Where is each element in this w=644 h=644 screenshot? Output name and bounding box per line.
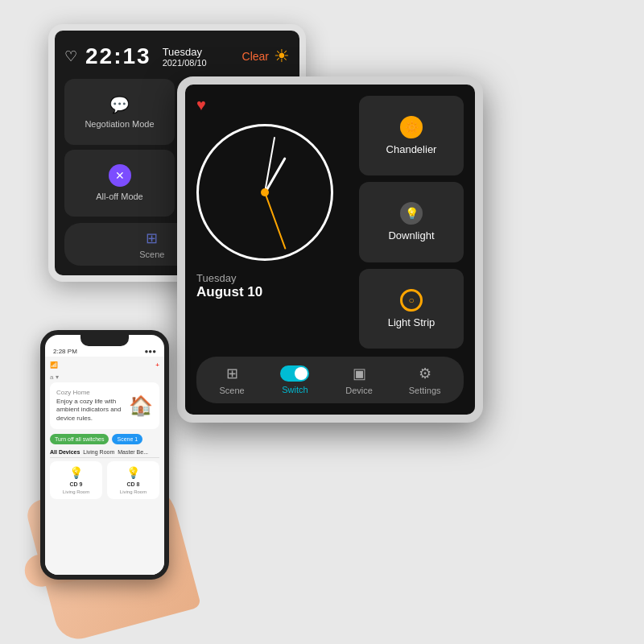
phone-signal: 📶 xyxy=(50,361,58,369)
all-devices-label: All Devices xyxy=(50,449,80,455)
front-nav: ⊞ Scene Switch ▣ Device ⚙ Settings xyxy=(196,357,464,403)
phone-device-cd8[interactable]: 💡 CD 8 Living Room xyxy=(107,461,159,499)
phone-promo-content: Cozy Home Enjoy a cozy life with ambient… xyxy=(56,389,124,423)
clock-date-area: Tuesday August 10 xyxy=(196,272,351,300)
downlight-tile[interactable]: 💡 Downlight xyxy=(359,182,464,262)
front-scene-icon: ⊞ xyxy=(226,365,238,382)
clock-date: August 10 xyxy=(196,284,351,300)
front-switch-toggle[interactable] xyxy=(280,365,309,382)
phone-home-label: Cozy Home xyxy=(56,389,124,396)
lightstrip-tile[interactable]: ○ Light Strip xyxy=(359,269,464,349)
front-scene-label: Scene xyxy=(219,386,244,395)
back-date: 2021/08/10 xyxy=(163,58,207,68)
front-heart-icon: ♥ xyxy=(196,96,351,114)
phone-device-header: All Devices Living Room Master Be... xyxy=(50,449,159,458)
phone-content: 📶 + a ▾ Cozy Home Enjoy a cozy life with… xyxy=(45,357,164,580)
sun-icon: ☀ xyxy=(274,46,290,67)
front-device-nav[interactable]: ▣ Device xyxy=(337,365,381,395)
chandelier-tile[interactable]: 🔆 Chandelier xyxy=(359,96,464,175)
front-settings-nav[interactable]: ⚙ Settings xyxy=(401,365,449,395)
front-settings-label: Settings xyxy=(409,386,441,395)
alloff-label: All-off Mode xyxy=(96,192,143,201)
phone-turn-off-btn[interactable]: Turn off all switches xyxy=(50,434,109,444)
lightstrip-label: Light Strip xyxy=(388,316,436,328)
chandelier-label: Chandelier xyxy=(386,143,437,155)
cd9-name: CD 9 xyxy=(70,481,83,487)
phone-device-cd9[interactable]: 💡 CD 9 Living Room xyxy=(50,461,102,499)
cd8-icon: 💡 xyxy=(126,466,140,479)
downlight-icon: 💡 xyxy=(400,202,423,225)
phone-scene-btn[interactable]: Scene 1 xyxy=(112,434,142,444)
cd9-room: Living Room xyxy=(63,489,89,494)
phone-time: 2:28 PM xyxy=(53,348,77,355)
front-switch-label: Switch xyxy=(282,385,308,394)
heart-icon: ♡ xyxy=(64,47,77,65)
back-scene-label: Scene xyxy=(139,250,164,259)
alloff-mode-tile[interactable]: ✕ All-off Mode xyxy=(64,150,175,217)
device-tiles: 🔆 Chandelier 💡 Downlight ○ Light Strip xyxy=(359,96,464,349)
phone-promo-card: Cozy Home Enjoy a cozy life with ambient… xyxy=(50,382,159,429)
phone-status: 2:28 PM ●●● xyxy=(45,346,164,357)
phone-header: 📶 + xyxy=(50,361,159,369)
cd8-name: CD 8 xyxy=(127,481,140,487)
phone-device-list: 💡 CD 9 Living Room 💡 CD 8 Living Room xyxy=(50,461,159,499)
front-main-area: ♥ Tuesday August 10 🔆 Chandelier 💡 Downl… xyxy=(196,96,464,349)
phone-battery: ●●● xyxy=(145,348,157,355)
front-scene-nav[interactable]: ⊞ Scene xyxy=(211,365,252,395)
back-time: 22:13 xyxy=(85,43,151,69)
back-day: Tuesday xyxy=(163,46,207,58)
master-bed-label: Master Be... xyxy=(118,449,148,455)
cd8-room: Living Room xyxy=(120,489,147,494)
phone: 2:28 PM ●●● 📶 + a ▾ Cozy Home Enjoy a co… xyxy=(40,330,169,580)
negotiation-label: Negotiation Mode xyxy=(85,119,154,129)
downlight-label: Downlight xyxy=(388,229,434,242)
lightstrip-icon: ○ xyxy=(400,289,423,312)
front-device-icon: ▣ xyxy=(353,365,366,382)
cd9-icon: 💡 xyxy=(69,466,83,479)
phone-house-icon: 🏠 xyxy=(129,394,153,417)
weather-label: Clear xyxy=(242,50,269,63)
clock-area: ♥ Tuesday August 10 xyxy=(196,96,351,349)
front-device-label: Device xyxy=(345,386,373,395)
back-weather: Clear ☀ xyxy=(242,46,290,67)
chandelier-icon: 🔆 xyxy=(400,116,423,138)
back-header: ♡ 22:13 Tuesday 2021/08/10 Clear ☀ xyxy=(64,40,290,72)
scene-grid-icon: ⊞ xyxy=(146,229,158,247)
front-device: ♥ Tuesday August 10 🔆 Chandelier 💡 Downl… xyxy=(177,76,483,423)
clock-day: Tuesday xyxy=(196,272,351,284)
phone-add-icon[interactable]: + xyxy=(155,361,159,369)
front-settings-icon: ⚙ xyxy=(419,365,431,382)
negotiation-mode-tile[interactable]: 💬 Negotiation Mode xyxy=(64,79,175,145)
back-date-area: Tuesday 2021/08/10 xyxy=(163,46,207,68)
phone-greeting: a ▾ xyxy=(50,374,159,381)
phone-buttons: Turn off all switches Scene 1 xyxy=(50,434,159,444)
clock-face xyxy=(196,124,333,261)
living-room-label: Living Room xyxy=(83,449,114,455)
alloff-icon: ✕ xyxy=(109,164,131,187)
front-switch-nav[interactable]: Switch xyxy=(272,365,317,394)
negotiation-icon: 💬 xyxy=(109,95,130,114)
phone-promo-text: Enjoy a cozy life with ambient indicator… xyxy=(56,398,124,423)
back-scene-nav[interactable]: ⊞ Scene xyxy=(130,229,174,259)
clock-center xyxy=(261,188,269,196)
phone-notch xyxy=(80,335,129,346)
second-hand xyxy=(264,192,287,250)
